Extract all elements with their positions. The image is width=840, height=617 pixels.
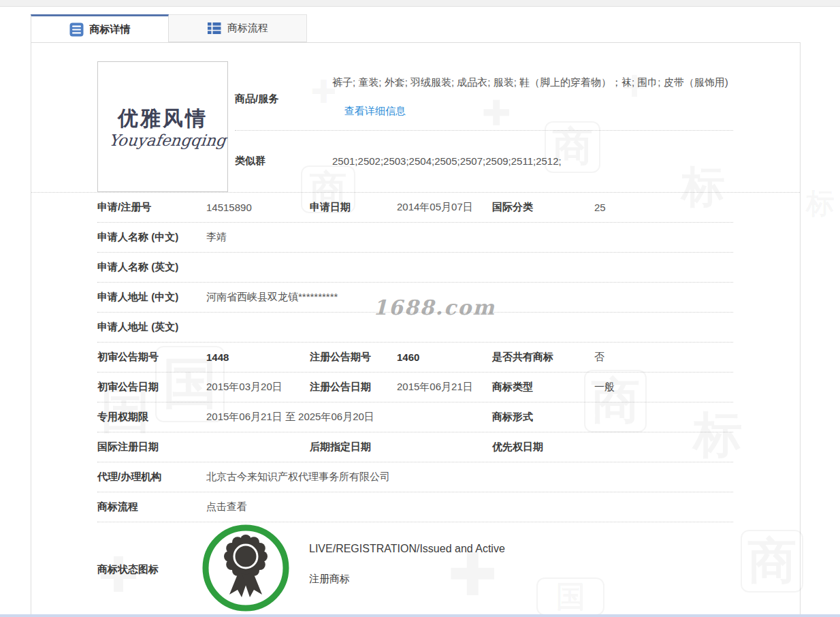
similar-group-label: 类似群 xyxy=(235,155,332,168)
table-row: 代理/办理机构北京古今来知识产权代理事务所有限公司 xyxy=(97,462,733,492)
tab-label: 商标流程 xyxy=(227,22,268,35)
row-label: 商标流程 xyxy=(97,501,206,513)
details-list-icon xyxy=(69,22,84,37)
trademark-en-text: Youyafengqing xyxy=(108,131,227,149)
table-row: 申请人名称 (中文)李靖 xyxy=(97,223,733,253)
detail-rows: 申请/注册号14515890申请日期2014年05月07日国际分类25申请人名称… xyxy=(31,193,800,522)
tab-label: 商标详情 xyxy=(90,23,131,36)
table-row: 申请人地址 (英文) xyxy=(97,313,733,343)
table-row: 专用权期限2015年06月21日 至 2025年06月20日商标形式 xyxy=(97,402,733,432)
view-detail-link[interactable]: 查看详细信息 xyxy=(344,105,406,116)
table-row: 商标流程点击查看 xyxy=(97,492,733,522)
row-value: 李靖 xyxy=(206,231,733,244)
row-value: 2015年06月21日 xyxy=(397,381,492,394)
row-label: 申请日期 xyxy=(310,201,397,214)
tab-trademark-process[interactable]: 商标流程 xyxy=(169,14,307,42)
status-live-text: LIVE/REGISTRATION/Issued and Active xyxy=(309,543,505,555)
row-value: 北京古今来知识产权代理事务所有限公司 xyxy=(206,471,733,484)
row-value: 2015年03月20日 xyxy=(206,381,310,394)
top-section: 优雅风情 Youyafengqing 商品/服务 裤子; 童装; 外套; 羽绒服… xyxy=(31,43,800,193)
trademark-detail-panel: 优雅风情 Youyafengqing 商品/服务 裤子; 童装; 外套; 羽绒服… xyxy=(31,42,801,617)
table-row: 初审公告期号1448注册公告期号1460是否共有商标否 xyxy=(97,343,733,373)
row-value: 25 xyxy=(594,202,733,213)
row-label: 注册公告期号 xyxy=(310,351,397,364)
tab-trademark-details[interactable]: 商标详情 xyxy=(31,14,169,42)
status-registered-text: 注册商标 xyxy=(309,573,505,586)
row-label: 申请/注册号 xyxy=(97,201,206,214)
row-label: 国际注册日期 xyxy=(97,441,206,454)
row-value: 一般 xyxy=(594,381,733,394)
table-row: 申请/注册号14515890申请日期2014年05月07日国际分类25 xyxy=(97,193,733,223)
view-process-link[interactable]: 点击查看 xyxy=(206,501,733,513)
row-label: 是否共有商标 xyxy=(492,351,594,364)
top-strip xyxy=(0,0,840,7)
row-value: 否 xyxy=(594,351,733,364)
row-value: 2014年05月07日 xyxy=(397,201,492,214)
row-label: 专用权期限 xyxy=(97,411,206,424)
status-row: 商标状态图标 LIVE/REGISTRATION/Issue xyxy=(31,522,800,616)
table-row: 申请人地址 (中文)河南省西峡县双龙镇********** xyxy=(97,283,733,313)
row-label: 申请人地址 (英文) xyxy=(97,321,206,334)
row-label: 代理/办理机构 xyxy=(97,471,206,484)
row-label: 申请人地址 (中文) xyxy=(97,291,206,304)
row-value: 河南省西峡县双龙镇********** xyxy=(206,291,733,304)
goods-services-text: 裤子; 童装; 外套; 羽绒服装; 成品衣; 服装; 鞋（脚上的穿着物）；袜; … xyxy=(332,76,728,88)
row-label: 申请人名称 (英文) xyxy=(97,261,206,274)
bottom-strip xyxy=(0,614,840,617)
row-label: 商标类型 xyxy=(492,381,594,394)
table-row: 初审公告日期2015年03月20日注册公告日期2015年06月21日商标类型一般 xyxy=(97,373,733,402)
status-badge-icon xyxy=(200,522,291,616)
row-value: 14515890 xyxy=(206,202,310,213)
row-label: 优先权日期 xyxy=(492,441,594,454)
tab-bar: 商标详情 商标流程 xyxy=(31,14,840,42)
row-label: 申请人名称 (中文) xyxy=(97,231,206,244)
trademark-cn-text: 优雅风情 xyxy=(118,105,208,133)
row-label: 国际分类 xyxy=(492,201,594,214)
process-list-icon xyxy=(207,21,221,35)
similar-group-value: 2501;2502;2503;2504;2505;2507;2509;2511;… xyxy=(332,155,733,167)
table-row: 国际注册日期后期指定日期优先权日期 xyxy=(97,432,733,462)
row-label: 初审公告期号 xyxy=(97,351,206,364)
row-label: 初审公告日期 xyxy=(97,381,206,394)
table-row: 申请人名称 (英文) xyxy=(97,253,733,283)
status-label: 商标状态图标 xyxy=(97,563,206,576)
goods-services-label: 商品/服务 xyxy=(235,68,332,130)
row-value: 1460 xyxy=(397,351,492,363)
trademark-image: 优雅风情 Youyafengqing xyxy=(97,61,228,192)
row-value: 2015年06月21日 至 2025年06月20日 xyxy=(206,411,492,424)
row-label: 商标形式 xyxy=(492,411,594,424)
row-label: 后期指定日期 xyxy=(310,441,397,454)
row-value: 1448 xyxy=(206,351,310,363)
decorative-watermark-shape: 标 xyxy=(802,172,839,235)
row-label: 注册公告日期 xyxy=(310,381,397,394)
similar-group-row: 类似群 2501;2502;2503;2504;2505;2507;2509;2… xyxy=(235,130,733,193)
goods-services-value: 裤子; 童装; 外套; 羽绒服装; 成品衣; 服装; 鞋（脚上的穿着物）；袜; … xyxy=(332,68,733,130)
goods-services-row: 商品/服务 裤子; 童装; 外套; 羽绒服装; 成品衣; 服装; 鞋（脚上的穿着… xyxy=(235,61,733,130)
